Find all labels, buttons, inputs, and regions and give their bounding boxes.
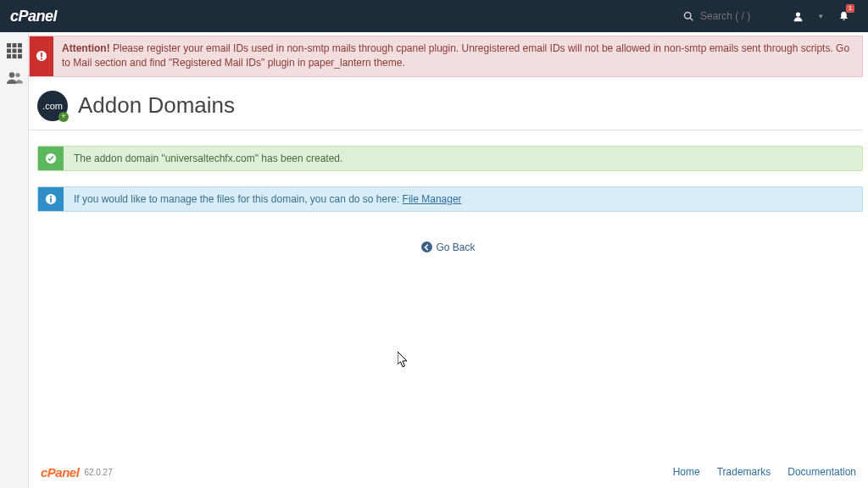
success-alert: The addon domain "universaltechfx.com" h… — [37, 146, 863, 171]
addon-domains-icon: .com + — [37, 91, 68, 121]
svg-rect-20 — [50, 196, 52, 197]
left-sidebar — [0, 32, 29, 488]
svg-point-0 — [685, 13, 692, 19]
svg-rect-9 — [7, 54, 11, 58]
go-back-label: Go Back — [436, 241, 475, 253]
svg-rect-7 — [12, 49, 16, 53]
page-heading: Addon Domains — [78, 92, 235, 119]
svg-rect-8 — [18, 49, 22, 53]
svg-point-13 — [15, 73, 19, 77]
sidebar-users[interactable] — [3, 66, 26, 90]
app-header: cPanel ▾ 1 — [0, 0, 868, 32]
info-prefix: If you would like to manage the files fo… — [74, 193, 403, 205]
user-menu[interactable] — [783, 0, 812, 32]
info-icon-wrap — [38, 187, 64, 211]
page-title-bar: .com + Addon Domains — [29, 77, 863, 130]
cpanel-logo[interactable]: cPanel — [10, 8, 57, 25]
svg-point-12 — [8, 72, 14, 77]
exclamation-icon — [36, 50, 47, 62]
logo-text: cPanel — [10, 8, 57, 25]
svg-rect-4 — [12, 43, 16, 47]
attention-body: Please register your email IDs used in n… — [62, 42, 849, 69]
footer: cPanel 62.0.27 Home Trademarks Documenta… — [29, 456, 868, 488]
grid-icon — [7, 43, 22, 58]
footer-link-trademarks[interactable]: Trademarks — [717, 466, 771, 478]
info-text: If you would like to manage the files fo… — [64, 187, 862, 211]
sidebar-apps[interactable] — [3, 39, 26, 63]
svg-rect-11 — [18, 54, 22, 58]
file-manager-link[interactable]: File Manager — [403, 193, 462, 205]
main-content: Attention! Please register your email ID… — [29, 32, 868, 456]
plus-badge: + — [58, 112, 69, 122]
svg-rect-6 — [7, 49, 11, 53]
svg-rect-16 — [41, 58, 42, 60]
footer-logo[interactable]: cPanel — [41, 465, 79, 480]
info-alert: If you would like to manage the files fo… — [37, 186, 863, 212]
attention-label: Attention! — [62, 42, 110, 54]
user-icon — [793, 11, 804, 22]
notifications-button[interactable]: 1 — [829, 0, 858, 32]
search-wrap — [683, 10, 768, 22]
success-icon-wrap — [38, 147, 64, 170]
success-text: The addon domain "universaltechfx.com" h… — [64, 147, 862, 170]
search-icon — [683, 11, 693, 21]
footer-version: 62.0.27 — [84, 468, 112, 477]
check-circle-icon — [45, 152, 57, 164]
user-menu-caret[interactable]: ▾ — [812, 12, 829, 20]
icon-text: .com — [42, 101, 63, 111]
attention-text: Attention! Please register your email ID… — [53, 36, 862, 76]
svg-rect-10 — [12, 54, 16, 58]
svg-rect-5 — [18, 43, 22, 47]
attention-alert: Attention! Please register your email ID… — [29, 36, 863, 77]
info-circle-icon — [45, 193, 57, 205]
search-input[interactable] — [700, 10, 768, 22]
svg-rect-15 — [41, 53, 42, 57]
go-back-link[interactable]: Go Back — [421, 241, 475, 253]
svg-rect-19 — [50, 197, 52, 202]
footer-link-home[interactable]: Home — [673, 466, 700, 478]
alert-icon-wrap — [30, 36, 53, 76]
svg-line-1 — [690, 18, 693, 20]
notification-badge: 1 — [846, 4, 854, 13]
go-back-wrap: Go Back — [29, 241, 868, 253]
arrow-left-icon — [421, 241, 432, 252]
svg-point-2 — [795, 12, 799, 16]
svg-rect-3 — [7, 43, 11, 47]
footer-link-documentation[interactable]: Documentation — [787, 466, 856, 478]
users-icon — [6, 71, 23, 85]
